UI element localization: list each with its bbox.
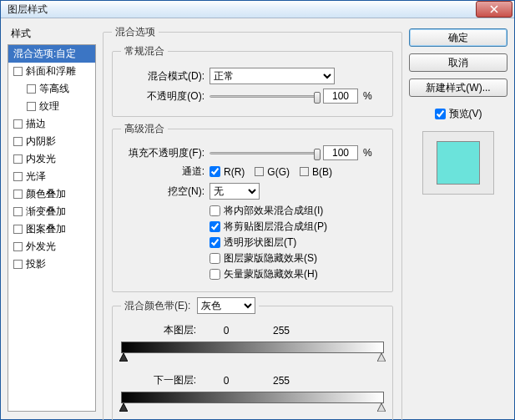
svg-marker-1 — [377, 353, 386, 362]
preview-toggle[interactable]: 预览(V) — [435, 107, 482, 121]
list-item-label: 外发光 — [26, 240, 56, 254]
checkbox-icon[interactable] — [13, 260, 23, 269]
advanced-option[interactable]: 将剪贴图层混合成组(P) — [210, 220, 327, 234]
blend-if-group: 混合颜色带(E): 灰色 本图层: 0 255 — [112, 297, 393, 420]
list-item[interactable]: 等高线 — [8, 80, 95, 98]
styles-list[interactable]: 混合选项:自定斜面和浮雕等高线纹理描边内阴影内发光光泽颜色叠加渐变叠加图案叠加外… — [8, 44, 96, 412]
channel-r[interactable]: R(R) — [210, 166, 245, 178]
this-layer-hi: 255 — [256, 325, 306, 337]
list-item-label: 描边 — [26, 117, 46, 131]
opacity-slider[interactable] — [210, 90, 318, 102]
general-blend-group: 常规混合 混合模式(D): 正常 不透明度(O): 100 % — [112, 44, 393, 117]
checkbox-icon[interactable] — [13, 225, 23, 234]
underlying-lo: 0 — [201, 375, 251, 387]
channel-b[interactable]: B(B) — [300, 166, 332, 178]
checkbox-icon[interactable] — [13, 207, 23, 216]
list-item-label: 斜面和浮雕 — [26, 64, 76, 78]
this-layer-band[interactable] — [121, 342, 384, 363]
cancel-button[interactable]: 取消 — [409, 53, 507, 72]
ok-button[interactable]: 确定 — [409, 28, 507, 47]
buttons-panel: 确定 取消 新建样式(W)... 预览(V) — [409, 25, 507, 420]
blend-if-select[interactable]: 灰色 — [197, 297, 255, 314]
opacity-label: 不透明度(O): — [121, 89, 204, 104]
underlying-label: 下一图层: — [121, 373, 196, 387]
svg-marker-0 — [119, 353, 128, 362]
checkbox-icon[interactable] — [13, 67, 23, 76]
close-icon — [490, 5, 498, 13]
list-item-label: 光泽 — [26, 170, 46, 184]
channel-g[interactable]: G(G) — [255, 166, 290, 178]
opacity-value[interactable]: 100 — [323, 89, 358, 104]
list-item[interactable]: 渐变叠加 — [8, 203, 95, 220]
list-item[interactable]: 混合选项:自定 — [8, 45, 95, 63]
list-item[interactable]: 内阴影 — [8, 133, 95, 150]
advanced-option[interactable]: 图层蒙版隐藏效果(S) — [210, 251, 317, 266]
blend-options-group: 混合选项 常规混合 混合模式(D): 正常 不透明度(O): — [103, 25, 402, 420]
fill-opacity-label: 填充不透明度(F): — [121, 146, 204, 160]
svg-marker-3 — [377, 403, 386, 412]
this-layer-lo: 0 — [201, 325, 251, 337]
knockout-select[interactable]: 无 — [210, 183, 260, 200]
channels-label: 通道: — [121, 164, 204, 179]
opacity-unit: % — [363, 90, 376, 102]
this-layer-label: 本图层: — [121, 323, 196, 337]
list-item-label: 投影 — [26, 257, 46, 271]
fill-opacity-unit: % — [363, 147, 376, 159]
svg-marker-2 — [119, 403, 128, 412]
preview-box — [422, 131, 494, 195]
advanced-option[interactable]: 透明形状图层(T) — [210, 235, 296, 250]
advanced-option[interactable]: 矢量蒙版隐藏效果(H) — [210, 267, 318, 281]
checkbox-icon[interactable] — [13, 172, 23, 181]
list-item[interactable]: 光泽 — [8, 168, 95, 185]
list-item-label: 内发光 — [26, 152, 56, 166]
list-item-label: 图案叠加 — [26, 222, 66, 236]
options-panel: 混合选项 常规混合 混合模式(D): 正常 不透明度(O): — [103, 25, 402, 420]
checkbox-icon[interactable] — [13, 190, 23, 199]
list-item[interactable]: 颜色叠加 — [8, 185, 95, 203]
window-title: 图层样式 — [8, 3, 476, 17]
new-style-button[interactable]: 新建样式(W)... — [409, 78, 507, 97]
close-button[interactable] — [476, 1, 512, 18]
knockout-label: 挖空(N): — [121, 185, 204, 199]
blend-mode-label: 混合模式(D): — [121, 69, 204, 83]
general-blend-title: 常规混合 — [121, 44, 168, 58]
advanced-blend-group: 高级混合 填充不透明度(F): 100 % 通道: R(R) G(G) B(B) — [112, 122, 393, 292]
blend-options-title: 混合选项 — [112, 25, 159, 39]
list-item[interactable]: 描边 — [8, 115, 95, 133]
blend-mode-select[interactable]: 正常 — [210, 68, 335, 84]
list-item-label: 内阴影 — [26, 134, 56, 149]
checkbox-icon[interactable] — [13, 119, 23, 129]
list-item-label: 颜色叠加 — [26, 187, 66, 201]
list-item-label: 混合选项:自定 — [13, 47, 76, 61]
dialog-body: 样式 混合选项:自定斜面和浮雕等高线纹理描边内阴影内发光光泽颜色叠加渐变叠加图案… — [1, 18, 514, 420]
layer-style-dialog: 图层样式 样式 混合选项:自定斜面和浮雕等高线纹理描边内阴影内发光光泽颜色叠加渐… — [0, 0, 515, 420]
styles-heading: 样式 — [8, 25, 96, 44]
titlebar: 图层样式 — [1, 1, 514, 18]
list-item[interactable]: 斜面和浮雕 — [8, 63, 95, 80]
preview-swatch — [437, 141, 480, 185]
list-item[interactable]: 投影 — [8, 256, 95, 273]
underlying-hi: 255 — [256, 375, 306, 387]
checkbox-icon[interactable] — [13, 242, 23, 251]
list-item[interactable]: 纹理 — [8, 98, 95, 115]
list-item[interactable]: 外发光 — [8, 238, 95, 256]
advanced-blend-title: 高级混合 — [121, 122, 168, 136]
list-item-label: 渐变叠加 — [26, 205, 66, 219]
list-item-label: 等高线 — [39, 82, 69, 96]
checkbox-icon[interactable] — [13, 154, 23, 164]
advanced-option[interactable]: 将内部效果混合成组(I) — [210, 204, 323, 218]
checkbox-icon[interactable] — [27, 84, 36, 94]
underlying-band[interactable] — [121, 392, 384, 413]
fill-opacity-value[interactable]: 100 — [323, 145, 358, 160]
list-item-label: 纹理 — [39, 99, 59, 114]
list-item[interactable]: 图案叠加 — [8, 220, 95, 238]
styles-panel: 样式 混合选项:自定斜面和浮雕等高线纹理描边内阴影内发光光泽颜色叠加渐变叠加图案… — [8, 25, 96, 420]
checkbox-icon[interactable] — [27, 102, 36, 111]
list-item[interactable]: 内发光 — [8, 150, 95, 168]
checkbox-icon[interactable] — [13, 137, 23, 146]
fill-opacity-slider[interactable] — [210, 147, 318, 159]
blend-if-legend: 混合颜色带(E): 灰色 — [121, 297, 259, 314]
